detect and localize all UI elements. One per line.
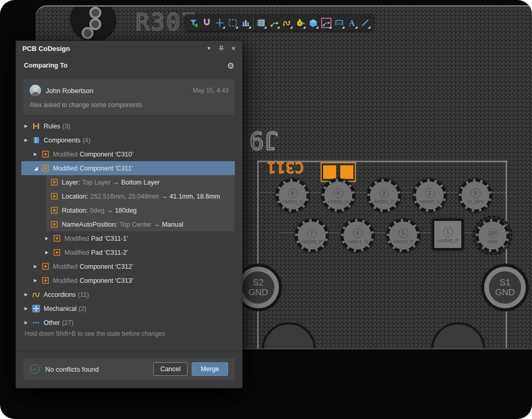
pad-net-label: IO_2V5 <box>467 199 484 204</box>
expander-icon[interactable] <box>34 165 42 171</box>
pcb-pad[interactable]: 8 AMDI3_N <box>276 179 309 212</box>
tree-row[interactable]: Modified → Pad ‘C311-2’ <box>21 245 235 259</box>
count-badge: (3) <box>62 123 70 130</box>
pad-number: 2 <box>425 188 435 198</box>
tree-row[interactable]: NameAutoPosition: Top Center → Manual <box>46 217 235 231</box>
tree-row[interactable]: → Mechanical (2) <box>21 302 235 316</box>
toolbar-button[interactable] <box>294 16 307 30</box>
tree-row[interactable]: Modified → Component ‘C310’ <box>21 147 235 161</box>
pin-icon[interactable] <box>218 45 224 51</box>
new-value: 180deg <box>115 207 137 214</box>
rules-icon <box>32 122 40 130</box>
expander-icon[interactable] <box>34 264 42 269</box>
count-badge: (4) <box>83 137 90 144</box>
accordion-route-icon <box>282 18 292 28</box>
expander-icon[interactable] <box>34 152 42 156</box>
expander-icon[interactable] <box>45 236 53 241</box>
tree-row[interactable]: → Other (27) <box>21 316 235 330</box>
avatar <box>30 85 41 96</box>
pad-number: 5 <box>398 228 408 238</box>
toolbar-button[interactable] <box>239 16 252 30</box>
tree-row[interactable]: Modified → Component ‘C311’ <box>21 161 235 175</box>
toolbar-button[interactable]: 10 <box>332 16 345 30</box>
column-chart-icon <box>241 18 251 28</box>
expander-icon[interactable] <box>24 138 32 142</box>
pad-number: 6 <box>334 188 343 198</box>
new-value: Pad ‘C311-2’ <box>91 249 128 256</box>
expander-icon[interactable] <box>34 278 42 283</box>
toolbar-button[interactable] <box>213 16 226 30</box>
merge-button[interactable]: Merge <box>192 362 228 376</box>
board-outline-right <box>506 161 507 348</box>
mounting-pad-s2[interactable]: S2 GND <box>237 267 279 308</box>
modified-icon <box>50 192 58 200</box>
new-value: Component ‘C310’ <box>79 151 134 158</box>
conflict-status: No conflicts found <box>45 365 99 373</box>
tree-row[interactable]: Rotation: 0deg → 180deg <box>46 203 235 217</box>
settings-gear-icon[interactable]: ⚙ <box>227 61 234 71</box>
tree-row[interactable]: Location: 252.516mm, 25.048mm → 41.1mm, … <box>46 189 235 203</box>
toolbar-button[interactable] <box>320 16 332 30</box>
pad-number: 3 <box>379 188 389 198</box>
pad-row-top: 8 AMDI3_N 6 AMDI2_N 3 AMDI1_P 2 AMDI0_N <box>276 179 492 212</box>
toolbar-button[interactable] <box>268 16 281 30</box>
pcb-pad[interactable]: 1 AMDI0_P <box>432 219 463 250</box>
close-icon[interactable]: ✕ <box>231 45 236 52</box>
new-value: Component ‘C312’ <box>79 263 134 270</box>
selection-rect-icon <box>228 18 238 28</box>
tree-row[interactable]: → Accordions (11) <box>21 287 235 302</box>
tree-row[interactable]: Modified → Component ‘C313’ <box>21 273 235 287</box>
tree-row[interactable]: → Components (4) <box>21 133 235 147</box>
expander-icon[interactable] <box>24 124 32 128</box>
toolbar-button[interactable] <box>253 16 268 30</box>
expander-icon[interactable] <box>24 320 32 325</box>
expander-icon[interactable] <box>45 250 53 255</box>
expander-icon[interactable] <box>24 306 32 311</box>
tree-row[interactable]: Modified → Pad ‘C311-1’ <box>21 231 235 245</box>
change-kind: Modified <box>64 249 89 256</box>
change-kind: Modified <box>53 165 77 172</box>
pcb-pad[interactable]: 5 AMDI2_P <box>387 219 420 252</box>
pad-net-label: AMDI2_P <box>393 239 414 244</box>
old-value: 0deg <box>90 207 104 214</box>
via-pad <box>82 27 94 39</box>
pad-net-label: AMDI3_N <box>282 199 303 204</box>
expander-icon[interactable] <box>24 292 32 297</box>
toolbar-button[interactable] <box>307 16 320 30</box>
pcb-pad[interactable]: 10 GND <box>476 219 509 252</box>
mount-label: GND <box>248 287 268 297</box>
toolbar-button[interactable] <box>358 16 371 30</box>
filter-icon <box>189 18 199 28</box>
route-icon <box>269 18 280 28</box>
toolbar-button[interactable] <box>281 16 294 30</box>
toolbar-button[interactable] <box>187 16 200 30</box>
pcb-pad[interactable]: 4 AMDI1_N <box>341 219 374 252</box>
other-icon <box>32 319 40 326</box>
collapse-arrow-icon[interactable]: ▼ <box>207 46 211 51</box>
toolbar-button[interactable]: A <box>345 16 358 30</box>
count-badge: (11) <box>78 291 89 298</box>
toolbar-button[interactable] <box>226 16 239 30</box>
tree-row[interactable]: Layer: Top Layer → Bottom Layer <box>46 175 235 189</box>
comment-card[interactable]: John Robertson May 15, 4:43 Alex asked t… <box>23 79 235 115</box>
pcb-pad[interactable]: 7 AMDI3_P <box>295 219 328 252</box>
new-value: 41.1mm, 18.6mm <box>169 193 220 200</box>
arrow-icon: → <box>107 207 113 214</box>
crosshair-icon <box>215 18 225 28</box>
silkscreen-j9: J9 <box>249 126 278 154</box>
tree-row[interactable]: → Rules (3) <box>21 119 235 133</box>
pcb-pad[interactable]: 9 IO_2V5 <box>459 179 492 212</box>
new-value: Rules <box>44 123 60 130</box>
pad-net-label: GND <box>487 239 498 244</box>
silkscreen-c311: C311 <box>267 159 303 176</box>
tree-row[interactable]: Modified → Component ‘C312’ <box>21 259 235 273</box>
panel-titlebar[interactable]: PCB CoDesign ▼ ✕ <box>16 41 242 56</box>
pad-number: 4 <box>353 228 363 238</box>
pcb-pad[interactable]: 2 AMDI0_N <box>413 179 446 212</box>
toolbar-button[interactable] <box>200 16 213 30</box>
cancel-button[interactable]: Cancel <box>153 362 188 376</box>
pcb-pad[interactable]: 6 AMDI2_N <box>322 179 355 212</box>
mounting-pad-s1[interactable]: S1 GND <box>484 267 526 308</box>
measure-trace-icon <box>321 18 331 28</box>
pcb-pad[interactable]: 3 AMDI1_P <box>367 179 401 212</box>
